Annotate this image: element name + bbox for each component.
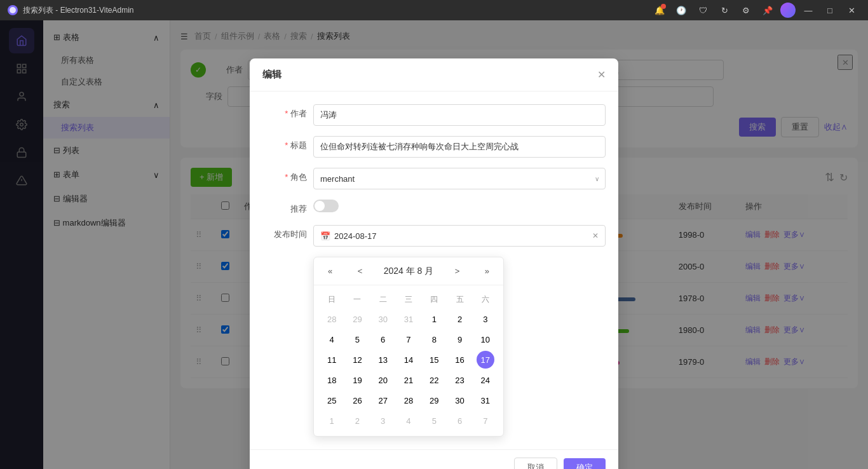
cal-day[interactable]: 10 xyxy=(477,330,494,348)
gear-icon[interactable]: ⚙ xyxy=(737,1,755,19)
modal-footer: 取消 确定 xyxy=(250,449,618,469)
calendar-icon: 📅 xyxy=(320,231,330,241)
role-form-row: 角色 admin merchant trader test ∨ xyxy=(262,168,606,189)
cal-day[interactable]: 29 xyxy=(425,391,443,409)
role-select-wrapper: admin merchant trader test ∨ xyxy=(313,168,606,189)
recommend-form-label: 推荐 xyxy=(262,200,313,215)
cal-day[interactable]: 3 xyxy=(374,412,392,430)
cal-day[interactable]: 5 xyxy=(348,330,366,348)
prev-prev-month-button[interactable]: « xyxy=(324,264,336,278)
cal-day[interactable]: 3 xyxy=(477,310,494,328)
cal-day[interactable]: 20 xyxy=(374,371,392,389)
role-select[interactable]: admin merchant trader test xyxy=(313,168,606,189)
author-field[interactable] xyxy=(313,104,606,126)
cal-day[interactable]: 30 xyxy=(451,391,469,409)
author-form-row: 作者 xyxy=(262,104,606,126)
svg-point-0 xyxy=(10,7,16,13)
close-button[interactable]: ✕ xyxy=(843,1,860,19)
notification-icon[interactable]: 🔔 xyxy=(651,1,668,19)
title-form-label: 标题 xyxy=(262,136,313,151)
modal-body: 作者 标题 角色 admin merchant trader test xyxy=(250,92,618,449)
cal-day[interactable]: 15 xyxy=(425,351,443,369)
modal-title: 编辑 xyxy=(262,69,281,81)
modal-close-button[interactable]: ✕ xyxy=(597,69,606,81)
calendar-title: 2024 年 8 月 xyxy=(384,266,434,277)
cal-day[interactable]: 28 xyxy=(400,391,417,409)
cal-day[interactable]: 29 xyxy=(348,310,366,328)
edit-modal: 编辑 ✕ 作者 标题 角色 admin merchant t xyxy=(250,58,618,469)
cal-day[interactable]: 18 xyxy=(323,371,341,389)
calendar-weekdays: 日 一 二 三 四 五 六 xyxy=(319,290,498,309)
modal-overlay: 编辑 ✕ 作者 标题 角色 admin merchant t xyxy=(0,20,868,469)
refresh-icon[interactable]: ↻ xyxy=(715,1,733,19)
app-title: 搜索列表 - Electron31-ViteAdmin xyxy=(23,5,646,16)
cal-day[interactable]: 25 xyxy=(323,391,341,409)
cal-day[interactable]: 7 xyxy=(477,412,494,430)
next-next-month-button[interactable]: » xyxy=(481,264,493,278)
modal-header: 编辑 ✕ xyxy=(250,58,618,92)
recommend-form-row: 推荐 xyxy=(262,200,606,215)
titlebar: 搜索列表 - Electron31-ViteAdmin 🔔 🕐 🛡 ↻ ⚙ 📌 … xyxy=(0,0,868,20)
cal-day[interactable]: 13 xyxy=(374,351,392,369)
maximize-button[interactable]: □ xyxy=(821,1,839,19)
app-icon xyxy=(8,5,18,15)
date-form-row: 发布时间 📅 2024-08-17 ✕ xyxy=(262,225,606,247)
cal-day[interactable]: 16 xyxy=(451,351,469,369)
recommend-toggle[interactable] xyxy=(313,200,339,212)
cal-day[interactable]: 12 xyxy=(348,351,366,369)
cal-day[interactable]: 9 xyxy=(451,330,469,348)
cal-day[interactable]: 7 xyxy=(400,330,417,348)
cal-day[interactable]: 27 xyxy=(374,391,392,409)
cal-day[interactable]: 11 xyxy=(323,351,341,369)
title-field[interactable] xyxy=(313,136,606,158)
cal-day[interactable]: 31 xyxy=(400,310,417,328)
cal-day[interactable]: 22 xyxy=(425,371,443,389)
cal-day-selected[interactable]: 17 xyxy=(477,351,494,369)
cancel-button[interactable]: 取消 xyxy=(514,458,557,469)
pin-icon[interactable]: 📌 xyxy=(759,1,776,19)
cal-day[interactable]: 14 xyxy=(400,351,417,369)
cal-day[interactable]: 26 xyxy=(348,391,366,409)
cal-day[interactable]: 21 xyxy=(400,371,417,389)
cal-day[interactable]: 28 xyxy=(323,310,341,328)
date-form-label: 发布时间 xyxy=(262,225,313,240)
calendar-grid: 日 一 二 三 四 五 六 28 29 30 31 1 xyxy=(314,285,503,436)
cal-day[interactable]: 23 xyxy=(451,371,469,389)
date-clear-icon[interactable]: ✕ xyxy=(592,231,599,240)
minimize-button[interactable]: — xyxy=(799,1,817,19)
cal-day[interactable]: 24 xyxy=(477,371,494,389)
cal-day[interactable]: 1 xyxy=(425,310,443,328)
cal-day[interactable]: 4 xyxy=(323,330,341,348)
cal-day[interactable]: 30 xyxy=(374,310,392,328)
author-form-label: 作者 xyxy=(262,104,313,119)
calendar-popup: « < 2024 年 8 月 > » 日 一 二 三 四 五 六 xyxy=(313,257,504,437)
titlebar-icons: 🔔 🕐 🛡 ↻ ⚙ 📌 — □ ✕ xyxy=(651,1,860,19)
shield-icon[interactable]: 🛡 xyxy=(694,1,712,19)
cal-day[interactable]: 5 xyxy=(425,412,443,430)
user-avatar[interactable] xyxy=(780,3,796,18)
cal-day[interactable]: 6 xyxy=(451,412,469,430)
date-input-wrapper[interactable]: 📅 2024-08-17 ✕ xyxy=(313,225,606,247)
role-form-label: 角色 xyxy=(262,168,313,183)
cal-day[interactable]: 8 xyxy=(425,330,443,348)
cal-day[interactable]: 2 xyxy=(451,310,469,328)
cal-day[interactable]: 2 xyxy=(348,412,366,430)
cal-day[interactable]: 1 xyxy=(323,412,341,430)
cal-day[interactable]: 4 xyxy=(400,412,417,430)
next-month-button[interactable]: > xyxy=(451,264,464,278)
confirm-button[interactable]: 确定 xyxy=(564,458,606,469)
title-form-row: 标题 xyxy=(262,136,606,158)
prev-month-button[interactable]: < xyxy=(354,264,367,278)
date-display: 2024-08-17 xyxy=(334,231,592,241)
cal-day[interactable]: 19 xyxy=(348,371,366,389)
clock-icon[interactable]: 🕐 xyxy=(672,1,690,19)
calendar-header: « < 2024 年 8 月 > » xyxy=(314,257,503,285)
cal-day[interactable]: 6 xyxy=(374,330,392,348)
cal-day[interactable]: 31 xyxy=(477,391,494,409)
calendar-days: 28 29 30 31 1 2 3 4 5 6 7 8 9 1 xyxy=(319,309,498,431)
